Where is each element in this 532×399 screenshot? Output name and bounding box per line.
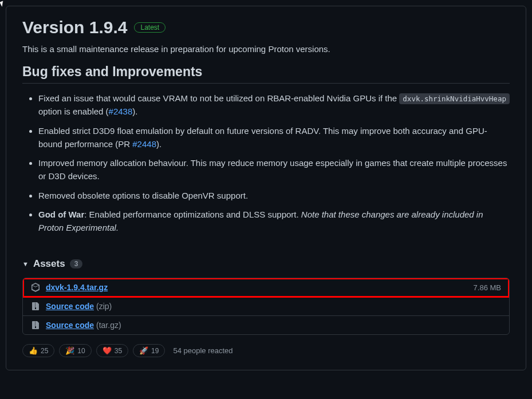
assets-label: Assets [33,258,65,270]
rocket-icon: 🚀 [139,346,148,355]
text-fragment: : Enabled performance optimizations and … [84,210,301,219]
text-fragment: Enabled strict D3D9 float emulation by d… [38,126,487,149]
asset-size: 7.86 MB [474,283,501,292]
assets-count-badge: 3 [70,259,83,268]
assets-toggle[interactable]: ▼ Assets 3 [22,258,510,270]
asset-link[interactable]: Source code [46,321,94,330]
reaction-count: 19 [151,347,159,355]
reactions-row: 👍 25 🎉 10 ❤️ 35 🚀 19 54 people reacted [22,344,510,357]
asset-row[interactable]: Source code (tar.gz) [23,316,509,334]
bugfixes-heading: Bug fixes and Improvements [22,64,510,84]
release-description: This is a small maintenance release in p… [22,44,510,54]
asset-row-highlighted[interactable]: dxvk-1.9.4.tar.gz 7.86 MB [23,278,509,297]
heart-icon: ❤️ [103,346,112,355]
thumbsup-icon: 👍 [29,346,38,355]
asset-suffix: (zip) [96,302,112,311]
bugfix-item: Fixed an issue that would cause VRAM to … [38,92,510,118]
title-row: Version 1.9.4 Latest [22,18,510,37]
game-name: God of War [38,210,84,219]
reaction-tada[interactable]: 🎉 10 [59,344,91,357]
reaction-summary: 54 people reacted [173,346,232,355]
release-card: Version 1.9.4 Latest This is a small mai… [6,6,526,370]
bugfix-item: God of War: Enabled performance optimiza… [38,208,510,235]
pr-link[interactable]: #2448 [132,139,156,149]
reaction-rocket[interactable]: 🚀 19 [133,344,165,357]
bugfix-item: Improved memory allocation behaviour. Th… [38,156,510,183]
text-fragment: ). [132,106,137,116]
bugfix-item: Removed obsolete options to disable Open… [38,189,510,202]
latest-badge: Latest [134,22,165,33]
asset-suffix: (tar.gz) [96,321,121,330]
release-title: Version 1.9.4 [22,18,127,37]
text-fragment: ). [156,139,161,149]
package-icon [31,283,40,292]
file-zip-icon [31,321,40,330]
assets-list: dxvk-1.9.4.tar.gz 7.86 MB Source code (z… [22,278,510,335]
reaction-heart[interactable]: ❤️ 35 [96,344,128,357]
bugfixes-list: Fixed an issue that would cause VRAM to … [22,92,510,234]
text-fragment: option is enabled ( [38,106,109,116]
reaction-count: 10 [77,347,85,355]
asset-link[interactable]: dxvk-1.9.4.tar.gz [46,283,108,292]
code-option: dxvk.shrinkNvidiaHvvHeap [399,93,510,104]
reaction-count: 25 [41,347,48,355]
bugfix-item: Enabled strict D3D9 float emulation by d… [38,124,510,151]
asset-link[interactable]: Source code [46,302,94,311]
asset-row[interactable]: Source code (zip) [23,297,509,316]
assets-section: ▼ Assets 3 dxvk-1.9.4.tar.gz 7.86 MB Sou… [22,258,510,357]
file-zip-icon [31,302,40,311]
tada-icon: 🎉 [65,346,74,355]
caret-down-icon: ▼ [22,260,29,267]
reaction-thumbsup[interactable]: 👍 25 [22,344,54,357]
text-fragment: Fixed an issue that would cause VRAM to … [38,93,399,103]
reaction-count: 35 [115,347,122,355]
issue-link[interactable]: #2438 [109,106,133,116]
